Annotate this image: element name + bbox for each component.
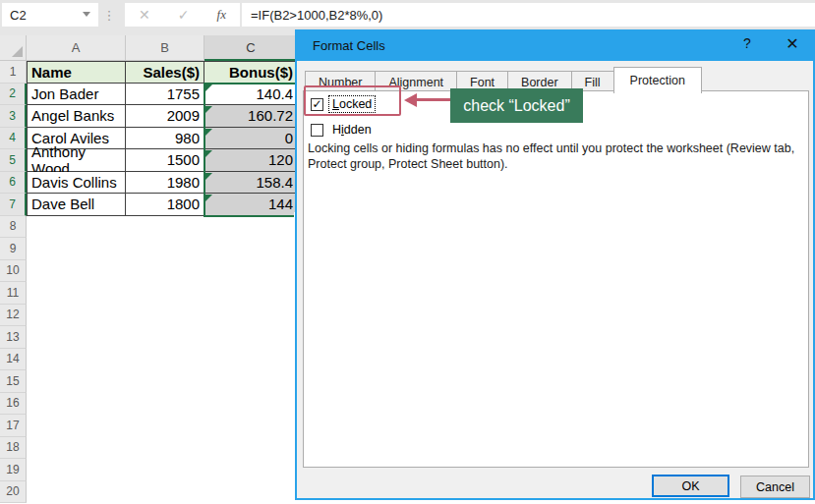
cell[interactable]: Anthony Wood (27, 149, 126, 172)
annotation-arrow-line (416, 98, 451, 101)
cell[interactable]: 980 (126, 128, 204, 150)
row-header-12[interactable]: 12 (0, 305, 27, 327)
row-header-2[interactable]: 2 (0, 84, 27, 106)
cell[interactable]: Sales($) (126, 61, 204, 84)
tab-protection[interactable]: Protection (613, 67, 702, 93)
dialog-titlebar[interactable]: Format Cells ? ✕ (295, 29, 815, 61)
row-header-4[interactable]: 4 (0, 128, 27, 150)
formula-indicator-icon (205, 129, 212, 136)
row-header-14[interactable]: 14 (0, 349, 27, 371)
row-header-1[interactable]: 1 (0, 61, 27, 84)
cell[interactable]: 2009 (126, 105, 204, 128)
row-header-5[interactable]: 5 (0, 149, 27, 172)
formula-indicator-icon (205, 150, 212, 157)
cell[interactable]: Jon Bader (27, 84, 126, 106)
row-header-17[interactable]: 17 (0, 415, 27, 437)
row-header-15[interactable]: 15 (0, 370, 27, 393)
row-header-20[interactable]: 20 (0, 481, 27, 504)
protection-description: Locking cells or hiding formulas has no … (308, 140, 794, 172)
cell[interactable]: Angel Banks (27, 105, 126, 128)
cancel-entry-icon[interactable]: ✕ (139, 7, 150, 23)
row-header-3[interactable]: 3 (0, 105, 27, 128)
cell[interactable]: Dave Bell (27, 194, 126, 216)
cell[interactable]: 144 (204, 194, 298, 216)
formula-buttons: ✕ ✓ fx (125, 3, 240, 27)
description-line-2: Protect group, Protect Sheet button). (308, 156, 794, 172)
dialog-title: Format Cells (313, 38, 385, 53)
insert-function-icon[interactable]: fx (217, 7, 226, 23)
cell[interactable]: Name (27, 61, 126, 84)
formula-indicator-icon (205, 106, 212, 113)
ok-button[interactable]: OK (652, 475, 729, 497)
cell[interactable]: 140.4 (204, 84, 298, 106)
row-header-11[interactable]: 11 (0, 282, 27, 305)
select-all-corner[interactable] (0, 35, 27, 61)
drag-handle-icon: ⋮ (102, 4, 116, 26)
column-header-a[interactable]: A (27, 35, 126, 61)
highlight-box (304, 85, 401, 116)
row-header-8[interactable]: 8 (0, 216, 27, 239)
name-box-value: C2 (10, 8, 27, 23)
annotation-label: check “Locked” (450, 88, 583, 123)
row-header-19[interactable]: 19 (0, 459, 27, 481)
cell[interactable]: 1800 (126, 194, 204, 216)
cell[interactable]: Davis Collins (27, 172, 126, 195)
row-header-9[interactable]: 9 (0, 238, 27, 260)
name-box-dropdown-icon[interactable] (83, 12, 90, 17)
row-header-10[interactable]: 10 (0, 260, 27, 283)
row-header-13[interactable]: 13 (0, 326, 27, 349)
select-all-triangle-icon (12, 46, 23, 57)
cell[interactable]: 158.4 (204, 172, 298, 195)
cell[interactable]: 120 (204, 149, 298, 172)
row-header-7[interactable]: 7 (0, 194, 27, 216)
formula-text: =IF(B2>1000,B2*8%,0) (251, 8, 382, 23)
formula-indicator-icon (205, 84, 212, 91)
formula-bar[interactable]: =IF(B2>1000,B2*8%,0) (242, 3, 815, 27)
name-box[interactable]: C2 (2, 3, 98, 27)
column-header-c[interactable]: C (204, 35, 298, 61)
row-header-6[interactable]: 6 (0, 172, 27, 195)
protection-tab-panel: ✓LockedHidden Locking cells or hiding fo… (303, 90, 809, 468)
row-header-18[interactable]: 18 (0, 437, 27, 460)
row-header-16[interactable]: 16 (0, 393, 27, 416)
cell[interactable]: 1980 (126, 172, 204, 195)
formula-indicator-icon (205, 173, 212, 180)
cell[interactable]: 0 (204, 128, 298, 150)
help-icon[interactable]: ? (737, 35, 757, 51)
cell[interactable]: 1500 (126, 149, 204, 172)
enter-entry-icon[interactable]: ✓ (178, 7, 190, 23)
cancel-button[interactable]: Cancel (740, 476, 810, 498)
description-line-1: Locking cells or hiding formulas has no … (308, 140, 794, 156)
checkbox-row-hidden: Hidden (311, 122, 375, 138)
cell[interactable]: 1755 (126, 84, 204, 106)
formula-indicator-icon (205, 195, 212, 201)
hidden-checkbox[interactable] (311, 124, 323, 137)
cell[interactable]: Bonus($) (204, 61, 298, 84)
close-icon[interactable]: ✕ (782, 34, 803, 53)
column-header-b[interactable]: B (126, 35, 204, 61)
hidden-checkbox-label[interactable]: Hidden (329, 122, 375, 138)
cell[interactable]: 160.72 (204, 105, 298, 128)
